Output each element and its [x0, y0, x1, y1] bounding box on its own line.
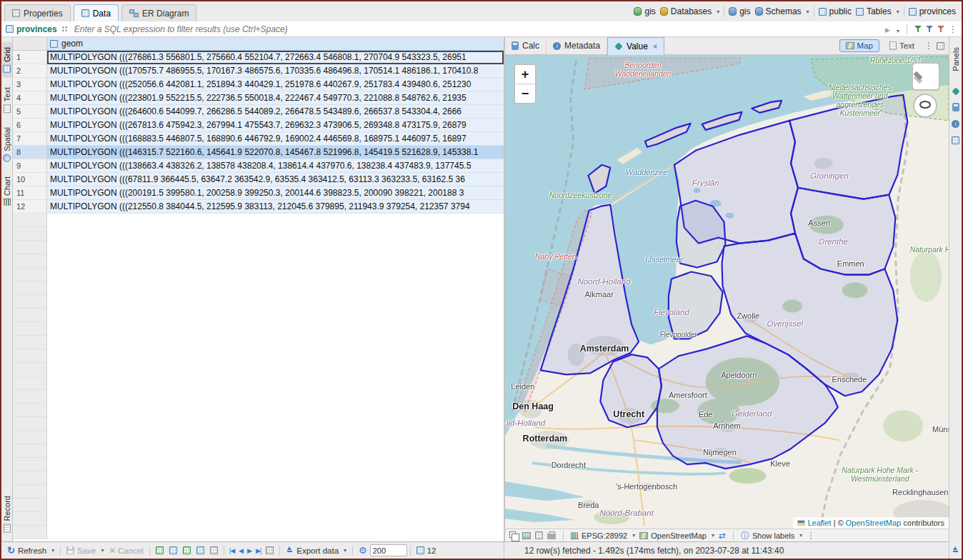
basemap-selector[interactable]: OpenStreetMap: [639, 531, 714, 540]
row-number[interactable]: 12: [13, 200, 47, 214]
table-row[interactable]: 4MULTIPOLYGON (((223801.9 552215.5, 2227…: [13, 91, 504, 105]
geom-cell[interactable]: MULTIPOLYGON (((170575.7 486955.5, 17016…: [47, 64, 504, 78]
next-row-button[interactable]: ▶: [245, 547, 254, 554]
row-number[interactable]: 2: [13, 64, 47, 78]
osm-link[interactable]: OpenStreetMap: [846, 519, 902, 527]
geom-cell[interactable]: MULTIPOLYGON (((267813.6 475942.3, 26799…: [47, 119, 504, 132]
row-number[interactable]: 1: [13, 51, 47, 64]
clear-filter-button[interactable]: [937, 25, 944, 33]
save-filter-button[interactable]: [914, 25, 922, 33]
leaflet-link[interactable]: Leaflet: [808, 519, 832, 527]
panels-toggle[interactable]: Panels: [951, 42, 961, 76]
crs-selector[interactable]: EPSG:28992: [571, 531, 635, 540]
tab-grid[interactable]: Grid: [2, 42, 12, 78]
tab-data[interactable]: Data: [74, 4, 119, 21]
grouping-button[interactable]: [194, 546, 207, 554]
table-row[interactable]: 12MULTIPOLYGON (((212550.8 384044.5, 212…: [13, 200, 504, 214]
map-menu-button[interactable]: [807, 531, 815, 540]
expand-filter-icon[interactable]: [61, 26, 69, 33]
filter-menu-icon[interactable]: [949, 25, 957, 34]
table-row[interactable]: 7MULTIPOLYGON (((168883.5 446807.5, 1688…: [13, 132, 504, 146]
breadcrumb-database[interactable]: gis: [729, 6, 750, 16]
geom-cell[interactable]: MULTIPOLYGON (((138663.4 438326.2, 13857…: [47, 159, 504, 173]
table-row[interactable]: 3MULTIPOLYGON (((252056.6 442081.1, 2518…: [13, 78, 504, 91]
swap-coordinates-button[interactable]: [719, 531, 726, 540]
first-row-button[interactable]: |◀: [227, 547, 236, 554]
row-number[interactable]: 9: [13, 159, 47, 173]
save-image-button[interactable]: [522, 532, 531, 539]
zoom-in-button[interactable]: +: [515, 65, 535, 84]
value-panel-icon[interactable]: [952, 87, 959, 95]
close-icon[interactable]: ×: [653, 42, 657, 51]
layout-button[interactable]: [207, 546, 221, 554]
geom-cell[interactable]: MULTIPOLYGON (((168883.5 446807.5, 16889…: [47, 132, 504, 146]
refresh-button[interactable]: Refresh: [4, 546, 57, 555]
copy-map-button[interactable]: [509, 531, 518, 539]
grid-panel-icon[interactable]: [952, 136, 959, 144]
print-button[interactable]: [547, 531, 556, 539]
active-table-label[interactable]: provinces: [6, 24, 57, 34]
geom-cell[interactable]: MULTIPOLYGON (((252056.6 442081.1, 25189…: [47, 78, 504, 91]
filter-history-dropdown[interactable]: [894, 23, 899, 36]
column-header-geom[interactable]: geom: [47, 37, 504, 51]
layers-control[interactable]: [912, 62, 940, 91]
text-view-button[interactable]: Text: [883, 39, 921, 52]
breadcrumb-schema[interactable]: public: [819, 6, 852, 16]
zoom-out-button[interactable]: −: [515, 84, 535, 103]
grid-view-button[interactable]: [535, 531, 543, 539]
geom-cell[interactable]: MULTIPOLYGON (((212550.8 384044.5, 21259…: [47, 200, 504, 214]
table-row[interactable]: 2MULTIPOLYGON (((170575.7 486955.5, 1701…: [13, 64, 504, 78]
panel-layout-icon[interactable]: [937, 42, 944, 50]
open-console-icon[interactable]: [952, 546, 959, 554]
tab-value[interactable]: Value ×: [607, 37, 664, 55]
geom-cell[interactable]: MULTIPOLYGON (((223801.9 552215.5, 22273…: [47, 91, 504, 105]
row-number[interactable]: 10: [13, 173, 47, 186]
tab-text[interactable]: Text: [2, 82, 12, 118]
add-row-button[interactable]: [153, 546, 166, 554]
tab-er-diagram[interactable]: ER Diagram: [121, 4, 196, 21]
row-number[interactable]: 6: [13, 119, 47, 132]
table-row[interactable]: 9MULTIPOLYGON (((138663.4 438326.2, 1385…: [13, 159, 504, 173]
tab-calc[interactable]: Calc: [505, 37, 547, 54]
breadcrumb-connection[interactable]: gis: [634, 6, 655, 16]
row-number[interactable]: 7: [13, 132, 47, 146]
table-row[interactable]: 5MULTIPOLYGON (((264600.6 544099.7, 2662…: [13, 105, 504, 119]
breadcrumb-databases[interactable]: Databases: [660, 6, 719, 16]
cancel-button[interactable]: Cancel: [106, 546, 146, 555]
calc-panel-icon[interactable]: [952, 103, 959, 111]
breadcrumb-tables[interactable]: Tables: [856, 6, 899, 16]
row-count-indicator[interactable]: 12: [414, 546, 439, 555]
row-number[interactable]: 11: [13, 186, 47, 200]
map-viewport[interactable]: Benoorden WaddeneilandenRuhezone 1/51Nie…: [505, 55, 949, 529]
breadcrumb-schemas[interactable]: Schemas: [755, 6, 809, 16]
table-row[interactable]: 6MULTIPOLYGON (((267813.6 475942.3, 2679…: [13, 119, 504, 132]
custom-filter-button[interactable]: [926, 25, 933, 33]
fetch-size-input[interactable]: [370, 544, 407, 556]
sql-filter-input[interactable]: [73, 24, 881, 35]
row-number[interactable]: 4: [13, 91, 47, 105]
geom-cell[interactable]: MULTIPOLYGON (((200191.5 399580.1, 20025…: [47, 186, 504, 200]
grid-corner[interactable]: [13, 37, 47, 51]
show-labels-toggle[interactable]: Show labels: [741, 531, 802, 540]
delete-row-button[interactable]: [180, 546, 194, 554]
settings-button[interactable]: [356, 546, 370, 555]
export-data-button[interactable]: Export data: [283, 546, 349, 555]
save-button[interactable]: Save: [64, 546, 106, 555]
previous-row-button[interactable]: ◀: [236, 547, 245, 554]
tab-properties[interactable]: Properties: [4, 4, 71, 21]
fetch-page-button[interactable]: [263, 546, 276, 554]
table-row[interactable]: 8MULTIPOLYGON (((146315.7 522160.6, 1456…: [13, 146, 504, 159]
last-row-button[interactable]: ▶|: [254, 547, 263, 554]
apply-filter-button[interactable]: [885, 25, 890, 34]
row-number[interactable]: 5: [13, 105, 47, 119]
geom-cell[interactable]: MULTIPOLYGON (((264600.6 544099.7, 26628…: [47, 105, 504, 119]
table-row[interactable]: 10MULTIPOLYGON (((67811.9 366445.5, 6364…: [13, 173, 504, 186]
breadcrumb-table[interactable]: provinces: [909, 6, 956, 16]
geom-cell[interactable]: MULTIPOLYGON (((146315.7 522160.6, 14564…: [47, 146, 504, 159]
metadata-panel-icon[interactable]: [952, 120, 959, 128]
tab-metadata[interactable]: Metadata: [547, 37, 607, 54]
row-number[interactable]: 8: [13, 146, 47, 159]
geom-cell[interactable]: MULTIPOLYGON (((67811.9 366445.5, 63647.…: [47, 173, 504, 186]
table-row[interactable]: 11MULTIPOLYGON (((200191.5 399580.1, 200…: [13, 186, 504, 200]
draw-selection-control[interactable]: [913, 94, 937, 118]
